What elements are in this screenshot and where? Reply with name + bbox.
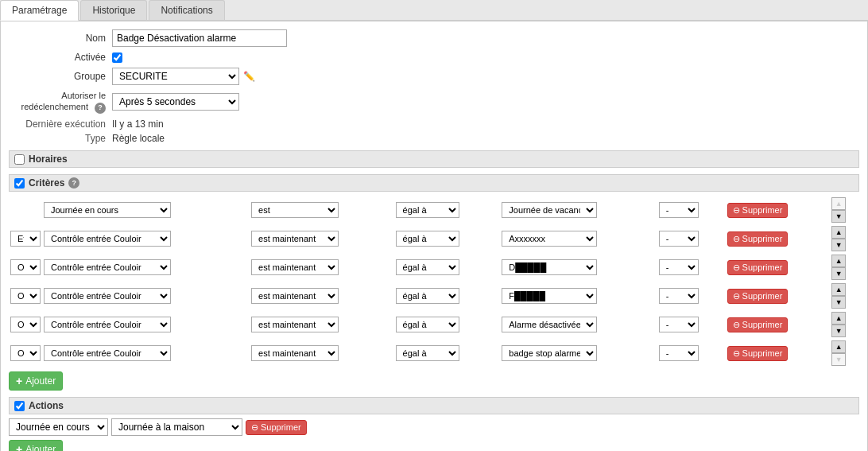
actions-col1-select[interactable]: Journée en cours (9, 418, 108, 436)
col4-cell: D█████ (500, 253, 657, 282)
connector-cell: Ou (9, 339, 42, 367)
delete-cell: ⊖ Supprimer (726, 224, 828, 253)
col2-select[interactable]: est maintenant (251, 288, 339, 304)
col4-select[interactable]: D█████ (502, 259, 597, 275)
col3-cell: égal à (394, 310, 501, 339)
row-delete-button[interactable]: ⊖ Supprimer (727, 260, 789, 275)
col3-select[interactable]: égal à (396, 202, 459, 218)
col5-select[interactable]: - (659, 317, 699, 332)
col5-select[interactable]: - (659, 231, 699, 247)
row-arrows: ▲ ▼ (831, 255, 846, 280)
row-delete-button[interactable]: ⊖ Supprimer (727, 203, 789, 218)
actions-checkbox[interactable] (14, 401, 25, 411)
connector-select[interactable]: Ou (10, 259, 41, 275)
criteres-checkbox[interactable] (14, 178, 25, 189)
criteres-label: Critères (29, 177, 64, 189)
col1-select[interactable]: Contrôle entrée Couloir (44, 259, 171, 275)
col2-select[interactable]: est maintenant (251, 259, 339, 275)
row-delete-button[interactable]: ⊖ Supprimer (727, 289, 789, 304)
col3-select[interactable]: égal à (396, 345, 459, 361)
row-up-button[interactable]: ▲ (831, 312, 846, 325)
col3-select[interactable]: égal à (396, 231, 459, 247)
connector-cell: Et (9, 224, 42, 253)
type-value: Règle locale (112, 133, 165, 144)
help-icon[interactable]: ? (95, 103, 106, 114)
table-row: Ou Contrôle entrée Couloir est maintenan… (9, 253, 859, 282)
tab-parametrage[interactable]: Paramétrage (0, 0, 79, 21)
col1-select[interactable]: Contrôle entrée Couloir (44, 317, 171, 332)
groupe-select[interactable]: SECURITE (112, 68, 239, 85)
groupe-row: Groupe SECURITE ✏️ (9, 68, 859, 85)
col2-cell: est (250, 196, 393, 224)
criteres-section-header: Critères ? (9, 174, 859, 192)
connector-select[interactable]: Ou (10, 288, 41, 304)
col4-select[interactable]: Alarme désactivée (502, 317, 597, 332)
col3-select[interactable]: égal à (396, 259, 459, 275)
row-down-button[interactable]: ▼ (831, 239, 846, 251)
plus-icon: + (16, 375, 22, 387)
activee-checkbox[interactable] (112, 52, 122, 63)
col1-select[interactable]: Contrôle entrée Couloir (44, 345, 171, 361)
col3-select[interactable]: égal à (396, 317, 459, 332)
col3-select[interactable]: égal à (396, 288, 459, 304)
row-delete-button[interactable]: ⊖ Supprimer (727, 231, 789, 247)
tab-notifications[interactable]: Notifications (149, 0, 224, 20)
col4-select[interactable]: F█████ (502, 288, 597, 304)
row-delete-button[interactable]: ⊖ Supprimer (727, 317, 789, 332)
minus-icon: ⊖ (733, 320, 740, 330)
actions-col2-select[interactable]: Journée à la maison (111, 418, 242, 436)
criteres-help-icon[interactable]: ? (68, 177, 79, 189)
col5-select[interactable]: - (659, 345, 699, 361)
col1-select[interactable]: Journée en cours (44, 202, 171, 218)
row-up-button[interactable]: ▲ (831, 226, 846, 239)
row-down-button[interactable]: ▼ (831, 210, 846, 223)
col2-select[interactable]: est maintenant (251, 231, 339, 247)
col2-select[interactable]: est maintenant (251, 317, 339, 332)
col5-select[interactable]: - (659, 288, 699, 304)
row-up-button[interactable]: ▲ (831, 283, 846, 296)
row-up-button[interactable]: ▲ (831, 340, 846, 353)
col1-select[interactable]: Contrôle entrée Couloir (44, 288, 171, 304)
row-down-button[interactable]: ▼ (831, 325, 846, 337)
type-label: Type (9, 133, 112, 144)
actions-add-button[interactable]: + Ajouter (9, 440, 63, 451)
connector-empty (9, 196, 42, 224)
col2-cell: est maintenant (250, 310, 393, 339)
horaires-checkbox[interactable] (14, 154, 25, 165)
autoriser-row: Autoriser le redéclenchement ? Après 5 s… (9, 90, 859, 114)
connector-select[interactable]: Ou (10, 345, 41, 361)
type-row: Type Règle locale (9, 133, 859, 144)
nom-input[interactable] (112, 29, 287, 47)
tab-historique[interactable]: Historique (80, 0, 147, 20)
row-arrows: ▲ ▼ (831, 226, 846, 251)
col4-select[interactable]: Axxxxxxx (502, 231, 597, 247)
col1-cell: Contrôle entrée Couloir (42, 224, 250, 253)
col2-select[interactable]: est maintenant (251, 345, 339, 361)
col4-select[interactable]: badge stop alarme (502, 345, 597, 361)
connector-select[interactable]: Ou (10, 317, 41, 332)
minus-icon: ⊖ (733, 205, 740, 216)
connector-select[interactable]: Et (10, 231, 41, 247)
col2-select[interactable]: est (251, 202, 339, 218)
col5-select[interactable]: - (659, 202, 699, 218)
col4-cell: Axxxxxxx (500, 224, 657, 253)
col1-select[interactable]: Contrôle entrée Couloir (44, 231, 171, 247)
row-delete-button[interactable]: ⊖ Supprimer (727, 346, 789, 361)
row-up-button[interactable]: ▲ (831, 255, 846, 267)
criteria-add-button[interactable]: + Ajouter (9, 371, 63, 391)
col3-cell: égal à (394, 224, 501, 253)
actions-row: Journée en cours Journée à la maison ⊖ S… (9, 418, 859, 436)
row-arrows: ▲ ▼ (831, 197, 846, 223)
col5-select[interactable]: - (659, 259, 699, 275)
table-row: Journée en cours est égal à Journée de v… (9, 196, 859, 224)
row-down-button[interactable]: ▼ (831, 267, 846, 280)
actions-delete-button[interactable]: ⊖ Supprimer (246, 420, 307, 435)
table-row: Ou Contrôle entrée Couloir est maintenan… (9, 310, 859, 339)
autoriser-select[interactable]: Après 5 secondes (112, 93, 239, 111)
col1-cell: Contrôle entrée Couloir (42, 253, 250, 282)
col4-select[interactable]: Journée de vacances (502, 202, 597, 218)
row-down-button[interactable]: ▼ (831, 296, 846, 309)
col2-cell: est maintenant (250, 224, 393, 253)
horaires-label: Horaires (29, 154, 68, 165)
pencil-icon[interactable]: ✏️ (243, 71, 255, 82)
